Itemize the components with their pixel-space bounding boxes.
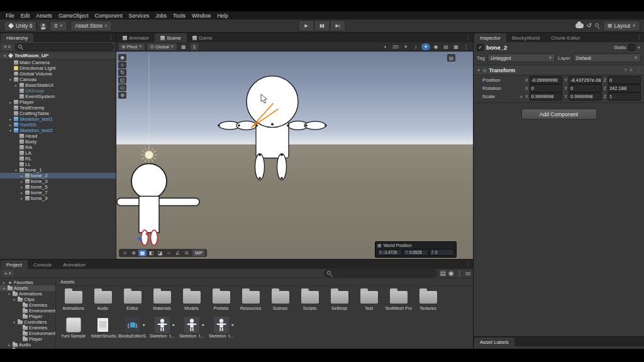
inspector-tab-chunk-editor[interactable]: Chunk Editor	[545, 33, 586, 42]
asset-folder-scripts[interactable]: Scripts	[295, 287, 325, 315]
tag-dropdown[interactable]: Untagged ▼	[487, 53, 555, 62]
object-name-field[interactable]: bone_2	[486, 44, 611, 51]
hierarchy-item-basestateui[interactable]: ▸BaseStateUI	[0, 82, 116, 88]
close-icon[interactable]: ×	[104, 23, 108, 29]
asset-folder-settings[interactable]: Settings	[325, 287, 354, 315]
transform-tool-icon[interactable]: ⊕	[118, 92, 126, 99]
hierarchy-item-canvas[interactable]: ▾Canvas	[0, 77, 116, 82]
hierarchy-item-ll[interactable]: LL	[0, 162, 116, 167]
handle-rotation-dropdown[interactable]: ⊙ Global ▼	[147, 43, 176, 50]
menu-help[interactable]: Help	[214, 13, 231, 19]
foldout-arrow-icon[interactable]: ▼	[477, 69, 480, 72]
hand-tool-icon[interactable]: ⊹	[121, 250, 129, 256]
expand-arrow-icon[interactable]: ▸	[8, 123, 13, 127]
project-tab-project[interactable]: Project	[1, 260, 28, 269]
active-checkbox[interactable]: ✓	[477, 44, 484, 51]
asset-file-folderstructu[interactable]: _folderStructu...	[88, 315, 118, 343]
position-x-input[interactable]: -0.09999999	[530, 76, 563, 84]
asset-folder-textmesh-pro[interactable]: TextMesh Pro	[384, 287, 413, 315]
hierarchy-item-global-volume[interactable]: Global Volume	[0, 71, 116, 77]
grid-snap-icon[interactable]: ▦	[138, 250, 147, 256]
menu-component[interactable]: Component	[92, 13, 126, 19]
project-tree-environment[interactable]: Environment	[0, 331, 55, 336]
tab-asset-labels[interactable]: Asset Labels	[474, 337, 514, 346]
hierarchy-item-rl[interactable]: RL	[0, 156, 116, 162]
mesh-tool-icon[interactable]: ◧	[147, 250, 155, 256]
world-position-toggle[interactable]: WP	[192, 250, 205, 256]
hierarchy-item-bone-7[interactable]: ▸bone_7	[0, 190, 116, 195]
inspector-tab-inspector[interactable]: Inspector	[474, 33, 506, 42]
menu-icon[interactable]: ⋮	[457, 270, 463, 277]
project-tree-enemies[interactable]: Enemies	[0, 325, 55, 331]
project-tab-console[interactable]: Console	[28, 260, 57, 269]
presets-icon[interactable]: ≡	[630, 67, 633, 73]
menu-window[interactable]: Window	[189, 13, 214, 19]
audio-toggle-icon[interactable]: ♪	[411, 43, 420, 50]
asset-folder-prefabs[interactable]: Prefabs	[206, 287, 236, 315]
expand-arrow-icon[interactable]: ▾	[2, 286, 6, 290]
move-tool-icon[interactable]: ⊹	[118, 62, 126, 69]
layout-dropdown[interactable]: ▦ Layout ▼	[603, 21, 640, 31]
rotate-tool-icon[interactable]: ↻	[118, 69, 126, 76]
scale-y-input[interactable]: 0.9999998	[569, 92, 602, 101]
hierarchy-item-directional-light[interactable]: Directional Light	[0, 65, 116, 71]
asset-folder-scenes[interactable]: Scenes	[265, 287, 295, 315]
play-button[interactable]: ▶	[299, 20, 314, 31]
hierarchy-item-yunisd[interactable]: ▸YuniSD	[0, 122, 116, 128]
panel-menu-icon[interactable]: ⋮	[465, 35, 470, 40]
expand-arrow-icon[interactable]: ▾	[8, 128, 13, 133]
asset-folder-audio[interactable]: Audio	[88, 287, 118, 315]
expand-arrow-icon[interactable]: ▾	[3, 53, 7, 58]
add-component-button[interactable]: Add Component	[521, 109, 597, 119]
scene-tab-scene[interactable]: Scene	[155, 33, 187, 42]
angle-tool-icon[interactable]: ∠	[174, 250, 182, 256]
hierarchy-item-eventsystem[interactable]: EventSystem	[0, 94, 116, 99]
menu-icon[interactable]: ⋮	[636, 67, 641, 73]
scene-tab-animator[interactable]: Animator	[117, 33, 155, 42]
project-tab-animation[interactable]: Animation	[57, 260, 91, 269]
hierarchy-item-bone-5[interactable]: ▸bone_5	[0, 184, 116, 190]
tab-hierarchy[interactable]: Hierarchy	[1, 33, 33, 42]
asset-folder-resources[interactable]: Resources	[236, 287, 265, 315]
expand-arrow-icon[interactable]: ▸	[19, 173, 24, 178]
hierarchy-item-main-camera[interactable]: Main Camera	[0, 60, 116, 65]
project-tree-controllers[interactable]: ▾Controllers	[0, 319, 55, 325]
lighting-toggle-icon[interactable]: ☀	[401, 43, 410, 50]
more-icon[interactable]: ⋮	[462, 43, 470, 50]
unity-version-chip[interactable]: Unity 6	[4, 21, 36, 31]
menu-jobs[interactable]: Jobs	[152, 13, 170, 19]
breadcrumb[interactable]: Assets	[56, 278, 473, 286]
panel-menu-icon[interactable]: ⋮	[108, 35, 113, 40]
scale-x-input[interactable]: 0.9999998	[530, 92, 563, 101]
hierarchy-item-skeleton-test1[interactable]: ▸Skeleton_test1	[0, 116, 116, 122]
hierarchy-search-input[interactable]	[25, 44, 111, 50]
asset-file-blockyeditors[interactable]: {}▸BlockyEditorS...	[118, 315, 147, 343]
expand-arrow-icon[interactable]: ▾	[7, 292, 11, 296]
create-asset-button[interactable]: +▼	[3, 270, 14, 277]
asset-folder-materials[interactable]: Materials	[147, 287, 177, 315]
project-tree-audio[interactable]: ▸Audio	[0, 342, 55, 348]
asset-folder-test[interactable]: Test	[354, 287, 384, 315]
pivot-tool-icon[interactable]: ⊕	[130, 250, 138, 256]
hierarchy-item-bone-3[interactable]: ▸bone_3	[0, 178, 116, 184]
paint-tool-icon[interactable]: ◪	[156, 250, 164, 256]
hierarchy-item-head[interactable]: Head	[0, 133, 116, 139]
expand-arrow-icon[interactable]: ▸	[7, 343, 11, 347]
hierarchy-item-ra[interactable]: RA	[0, 145, 116, 150]
hidden-objects-icon[interactable]: ◉	[431, 43, 440, 50]
asset-file-yuni-sample[interactable]: Yuni Sample	[58, 315, 88, 343]
asset-file-skeleton-t[interactable]: ▸Skeleton_t...	[147, 315, 177, 343]
cloud-icon[interactable]	[575, 23, 584, 28]
asset-folder-textures[interactable]: Textures	[413, 287, 443, 315]
project-tree-animations[interactable]: ▾Animations	[0, 291, 55, 297]
static-checkbox[interactable]	[628, 44, 635, 51]
project-tree-clips[interactable]: ▾Clips	[0, 297, 55, 302]
hierarchy-item-testenemy[interactable]: TestEnemy	[0, 105, 116, 111]
circle-tool-icon[interactable]: ○	[165, 250, 173, 256]
effects-toggle-icon[interactable]: ✦	[421, 43, 430, 50]
expand-arrow-icon[interactable]: ▸	[19, 185, 24, 189]
hierarchy-item-body[interactable]: Body	[0, 139, 116, 145]
inspector-tab-blockyworld[interactable]: BlockyWorld	[506, 33, 545, 42]
history-icon[interactable]: ↺	[587, 23, 592, 29]
rotation-z-input[interactable]: 242.188	[608, 84, 641, 92]
